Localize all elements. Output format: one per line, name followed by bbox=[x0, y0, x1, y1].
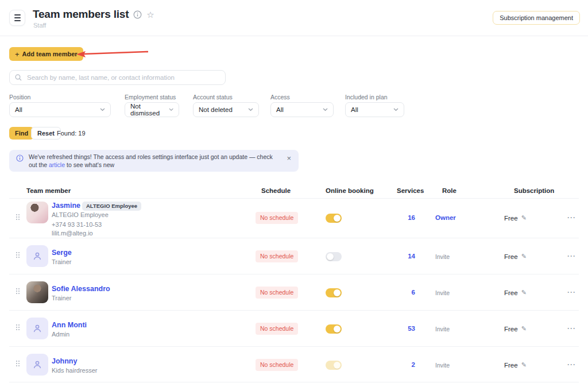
row-menu-icon[interactable]: ··· bbox=[567, 252, 576, 260]
chevron-down-icon bbox=[169, 108, 173, 111]
online-booking-toggle[interactable] bbox=[326, 288, 342, 297]
close-icon[interactable]: × bbox=[287, 154, 291, 162]
member-name-link[interactable]: Jasmine bbox=[52, 202, 80, 210]
avatar-placeholder[interactable] bbox=[26, 318, 48, 339]
included-in-plan-select-value: All bbox=[351, 106, 358, 113]
pencil-icon[interactable]: ✎ bbox=[521, 214, 527, 222]
services-count-link[interactable]: 53 bbox=[386, 325, 415, 332]
schedule-status-badge: No schedule bbox=[256, 250, 298, 262]
member-name-link[interactable]: Serge bbox=[52, 249, 72, 257]
role-invite-label: Invite bbox=[435, 326, 450, 332]
avatar-placeholder[interactable] bbox=[26, 354, 48, 376]
pencil-icon[interactable]: ✎ bbox=[521, 289, 527, 296]
role-invite-label: Invite bbox=[435, 289, 450, 296]
online-booking-toggle[interactable] bbox=[326, 214, 342, 223]
filter-label-included-in-plan: Included in plan bbox=[345, 94, 388, 100]
filter-label-position: Position bbox=[9, 94, 30, 100]
row-menu-icon[interactable]: ··· bbox=[567, 361, 576, 369]
drag-handle[interactable] bbox=[16, 361, 21, 369]
online-booking-toggle[interactable] bbox=[326, 324, 342, 334]
filter-label-account-status: Account status bbox=[193, 94, 233, 100]
plus-icon: + bbox=[15, 51, 20, 58]
account-status-select-value: Not deleted bbox=[199, 106, 233, 113]
subscription-value: Free ✎ bbox=[504, 214, 527, 222]
hamburger-menu-button[interactable] bbox=[9, 10, 25, 26]
member-position: Trainer bbox=[52, 258, 71, 265]
row-menu-icon[interactable]: ··· bbox=[567, 324, 576, 332]
person-icon bbox=[32, 359, 42, 370]
employee-badge: ALTEGIO Employee bbox=[82, 202, 141, 211]
row-menu-icon[interactable]: ··· bbox=[567, 214, 576, 222]
member-position: Admin bbox=[52, 331, 69, 338]
drag-handle[interactable] bbox=[16, 324, 21, 332]
avatar[interactable] bbox=[26, 202, 48, 223]
online-booking-toggle[interactable] bbox=[326, 252, 342, 261]
team-members-page: Team members list ☆ Staff Subscription m… bbox=[0, 0, 588, 383]
column-services: Services bbox=[397, 187, 424, 194]
schedule-status-badge: No schedule bbox=[256, 287, 298, 299]
included-in-plan-select[interactable]: All bbox=[345, 102, 404, 117]
hamburger-icon bbox=[14, 14, 21, 21]
avatar-placeholder[interactable] bbox=[26, 245, 48, 267]
drag-handle[interactable] bbox=[16, 252, 21, 260]
pencil-icon[interactable]: ✎ bbox=[521, 361, 527, 369]
chevron-down-icon bbox=[100, 108, 105, 111]
member-phone: +374 93 31-10-53 bbox=[52, 221, 102, 228]
table-divider bbox=[9, 198, 579, 199]
role-owner-link[interactable]: Owner bbox=[435, 214, 456, 221]
avatar[interactable] bbox=[26, 281, 48, 303]
column-schedule: Schedule bbox=[261, 187, 291, 194]
row-divider bbox=[9, 346, 579, 347]
update-banner: We've refreshed things! The access and r… bbox=[9, 150, 299, 172]
filter-label-employment-status: Employment status bbox=[125, 94, 176, 100]
schedule-status-badge: No schedule bbox=[256, 323, 298, 335]
page-title: Team members list bbox=[33, 8, 129, 21]
find-button[interactable]: Find bbox=[9, 127, 34, 140]
member-email: lilit.m@alteg.io bbox=[52, 230, 93, 237]
online-booking-toggle[interactable] bbox=[326, 361, 342, 370]
info-icon[interactable] bbox=[133, 10, 142, 19]
drag-handle[interactable] bbox=[16, 288, 21, 296]
person-icon bbox=[32, 251, 42, 261]
pencil-icon[interactable]: ✎ bbox=[521, 253, 527, 260]
position-select[interactable]: All bbox=[9, 102, 111, 117]
column-team-member: Team member bbox=[26, 187, 71, 194]
search-icon bbox=[15, 74, 22, 81]
chevron-down-icon bbox=[393, 108, 399, 111]
member-position: Kids hairdresser bbox=[52, 367, 97, 374]
add-team-member-label: Add team member bbox=[22, 51, 78, 57]
drag-handle[interactable] bbox=[16, 214, 21, 222]
star-icon[interactable]: ☆ bbox=[146, 10, 154, 19]
row-divider bbox=[9, 310, 579, 311]
chevron-down-icon bbox=[248, 108, 253, 111]
access-select[interactable]: All bbox=[270, 102, 334, 117]
add-team-member-button[interactable]: + Add team member bbox=[9, 47, 83, 61]
search-box bbox=[9, 70, 226, 85]
services-count-link[interactable]: 2 bbox=[386, 361, 415, 368]
pencil-icon[interactable]: ✎ bbox=[521, 325, 527, 332]
services-count-link[interactable]: 16 bbox=[386, 214, 415, 221]
article-link[interactable]: article bbox=[49, 161, 65, 168]
person-icon bbox=[32, 323, 42, 334]
services-count-link[interactable]: 14 bbox=[386, 253, 415, 260]
search-input[interactable] bbox=[9, 70, 226, 85]
subscription-value: Free ✎ bbox=[504, 289, 527, 296]
breadcrumb: Staff bbox=[33, 22, 46, 29]
role-invite-label: Invite bbox=[435, 253, 450, 260]
account-status-select[interactable]: Not deleted bbox=[193, 102, 259, 117]
found-count: Found: 19 bbox=[57, 130, 86, 137]
subscription-management-button[interactable]: Subscription management bbox=[493, 11, 580, 25]
column-online-booking: Online booking bbox=[326, 187, 374, 194]
row-menu-icon[interactable]: ··· bbox=[567, 288, 576, 296]
annotation-arrow-icon bbox=[76, 49, 150, 58]
member-name-link[interactable]: Ann Monti bbox=[52, 321, 87, 329]
employment-status-select-value: Not dismissed bbox=[130, 103, 169, 117]
member-position: ALTEGIO Employee bbox=[52, 211, 109, 218]
member-name-link[interactable]: Johnny bbox=[52, 357, 77, 365]
employment-status-select[interactable]: Not dismissed bbox=[125, 102, 179, 117]
member-name-link[interactable]: Sofie Alessandro bbox=[52, 285, 110, 293]
subscription-value: Free ✎ bbox=[504, 325, 527, 332]
services-count-link[interactable]: 6 bbox=[386, 289, 415, 296]
subscription-value: Free ✎ bbox=[504, 361, 527, 369]
info-icon bbox=[16, 154, 24, 162]
